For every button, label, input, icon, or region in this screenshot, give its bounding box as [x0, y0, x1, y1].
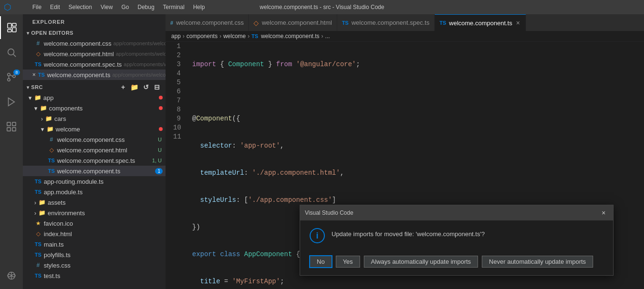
vscode-logo-icon: ⬡ — [4, 2, 11, 12]
dialog-no-button[interactable]: No — [310, 256, 332, 268]
tree-styles-css[interactable]: # styles.css — [23, 260, 166, 270]
breadcrumb-welcome[interactable]: welcome — [223, 33, 245, 40]
menu-file[interactable]: File — [29, 3, 45, 11]
open-editors-arrow-icon: ▾ — [27, 30, 29, 36]
tree-welcome-folder[interactable]: ▾ 📁 welcome — [23, 124, 166, 134]
environments-arrow-icon: › — [34, 209, 36, 217]
code-line-6: styleUrls: ['./app.component.css'] — [192, 196, 640, 205]
new-file-icon[interactable]: + — [119, 82, 127, 92]
menu-terminal[interactable]: Terminal — [159, 3, 188, 11]
open-editor-ts-path: app/components/welcome — [112, 72, 166, 78]
breadcrumb-filename[interactable]: welcome.component.ts — [261, 33, 320, 40]
assets-folder-icon: 📁 — [38, 199, 46, 206]
tree-cars-folder[interactable]: › 📁 cars — [23, 113, 166, 124]
tree-test-ts-icon: TS — [34, 272, 42, 279]
line-num-9: 9 — [173, 114, 181, 123]
open-editor-html-path: app/components/welcome — [116, 51, 166, 57]
tree-welcome-ts[interactable]: TS welcome.component.ts 1 — [23, 166, 166, 176]
code-line-1: import { Component } from '@angular/core… — [192, 60, 640, 69]
open-editor-css-path: app/components/welcome — [113, 40, 166, 46]
line-num-2: 2 — [173, 51, 181, 60]
open-editors-label: OPEN EDITORS — [31, 30, 74, 36]
code-line-4: selector: 'app-root', — [192, 141, 640, 150]
close-open-editor-icon[interactable]: × — [32, 71, 36, 78]
tree-index-html[interactable]: ◇ index.html — [23, 229, 166, 239]
menu-selection[interactable]: Selection — [65, 3, 96, 11]
src-section-header[interactable]: ▾ SRC + 📁 ↺ ⊟ — [23, 82, 166, 92]
breadcrumb: app › components › welcome › TS welcome.… — [166, 31, 644, 42]
tree-app-module-name: app.module.ts — [44, 189, 166, 196]
debug-activity-icon[interactable] — [0, 90, 23, 113]
source-control-activity-icon[interactable]: 8 — [0, 66, 23, 89]
search-activity-icon[interactable] — [0, 41, 23, 64]
tree-app-module[interactable]: TS app.module.ts — [23, 187, 166, 197]
new-folder-icon[interactable]: 📁 — [128, 82, 141, 92]
refresh-icon[interactable]: ↺ — [141, 82, 151, 92]
tab-welcome-css[interactable]: # welcome.component.css — [166, 14, 249, 31]
tree-welcome-css[interactable]: # welcome.component.css U — [23, 134, 166, 145]
tree-welcome-spec-name: welcome.component.spec.ts — [57, 157, 152, 164]
app-folder-icon: 📁 — [34, 94, 41, 101]
tab-css-icon: # — [170, 20, 173, 26]
spec-file-icon: TS — [34, 60, 42, 68]
src-arrow-icon: ▾ — [27, 85, 29, 90]
components-folder-name: components — [49, 105, 159, 112]
open-editor-spec[interactable]: TS welcome.component.spec.ts app/compone… — [23, 59, 166, 70]
tree-assets-folder[interactable]: › 📁 assets — [23, 197, 166, 208]
tab-welcome-html[interactable]: ◇ welcome.component.html — [249, 14, 337, 31]
tree-favicon[interactable]: ★ favicon.ico — [23, 218, 166, 229]
extensions-activity-icon[interactable] — [0, 115, 23, 138]
dialog-close-button[interactable]: × — [599, 208, 608, 218]
tree-css-icon: # — [48, 136, 55, 143]
tree-app-routing-icon: TS — [34, 178, 42, 185]
tab-welcome-spec[interactable]: TS welcome.component.spec.ts — [337, 14, 435, 31]
open-editor-html[interactable]: ◇ welcome.component.html app/components/… — [23, 49, 166, 59]
components-folder-icon: 📁 — [39, 104, 47, 112]
environments-folder-name: environments — [48, 209, 166, 217]
tree-environments-folder[interactable]: › 📁 environments — [23, 208, 166, 218]
tabs-bar: # welcome.component.css ◇ welcome.compon… — [166, 14, 644, 31]
menu-debug[interactable]: Debug — [134, 3, 158, 11]
svg-rect-1 — [12, 23, 16, 26]
tree-welcome-html[interactable]: ◇ welcome.component.html U — [23, 145, 166, 155]
tree-welcome-html-name: welcome.component.html — [57, 147, 158, 154]
tree-welcome-spec[interactable]: TS welcome.component.spec.ts 1, U — [23, 155, 166, 166]
tab-spec-label: welcome.component.spec.ts — [351, 19, 429, 26]
tab-welcome-ts[interactable]: TS welcome.component.ts × — [435, 14, 526, 31]
tab-close-icon[interactable]: × — [515, 18, 521, 28]
remote-activity-icon[interactable] — [0, 264, 23, 287]
line-num-3: 3 — [173, 60, 181, 69]
breadcrumb-symbol[interactable]: ... — [325, 33, 330, 40]
menu-go[interactable]: Go — [117, 3, 133, 11]
html-file-icon: ◇ — [34, 50, 42, 58]
tree-main-ts[interactable]: TS main.ts — [23, 239, 166, 249]
open-editor-css[interactable]: # welcome.component.css app/components/w… — [23, 38, 166, 49]
tree-polyfills-ts[interactable]: TS polyfills.ts — [23, 249, 166, 260]
breadcrumb-app[interactable]: app — [171, 33, 181, 40]
open-editor-ts[interactable]: × TS welcome.component.ts app/components… — [23, 70, 166, 80]
tree-html-badge: U — [158, 147, 162, 153]
tree-app-routing[interactable]: TS app-routing.module.ts — [23, 176, 166, 187]
menu-edit[interactable]: Edit — [46, 3, 64, 11]
explorer-activity-icon[interactable] — [0, 16, 23, 39]
src-header-actions: + 📁 ↺ ⊟ — [119, 82, 162, 92]
collapse-all-icon[interactable]: ⊟ — [152, 82, 162, 92]
tree-components-folder[interactable]: ▾ 📁 components — [23, 103, 166, 113]
dialog-always-button[interactable]: Always automatically update imports — [364, 256, 478, 268]
menu-help[interactable]: Help — [189, 3, 209, 11]
breadcrumb-components[interactable]: components — [186, 33, 217, 40]
line-num-7: 7 — [173, 96, 181, 105]
code-line-2 — [192, 87, 640, 96]
tree-welcome-ts-name: welcome.component.ts — [57, 168, 155, 175]
tree-favicon-name: favicon.ico — [44, 220, 166, 227]
tree-app-folder[interactable]: ▾ 📁 app — [23, 92, 166, 103]
tab-css-label: welcome.component.css — [176, 19, 244, 26]
dialog-yes-button[interactable]: Yes — [336, 256, 360, 268]
tree-test-ts[interactable]: TS test.ts — [23, 270, 166, 281]
svg-marker-11 — [9, 98, 15, 106]
tree-html-icon: ◇ — [48, 146, 55, 154]
menu-view[interactable]: View — [97, 3, 117, 11]
dialog-never-button[interactable]: Never automatically update imports — [482, 256, 593, 268]
assets-folder-name: assets — [48, 199, 166, 206]
open-editors-section-header[interactable]: ▾ OPEN EDITORS — [23, 28, 166, 38]
